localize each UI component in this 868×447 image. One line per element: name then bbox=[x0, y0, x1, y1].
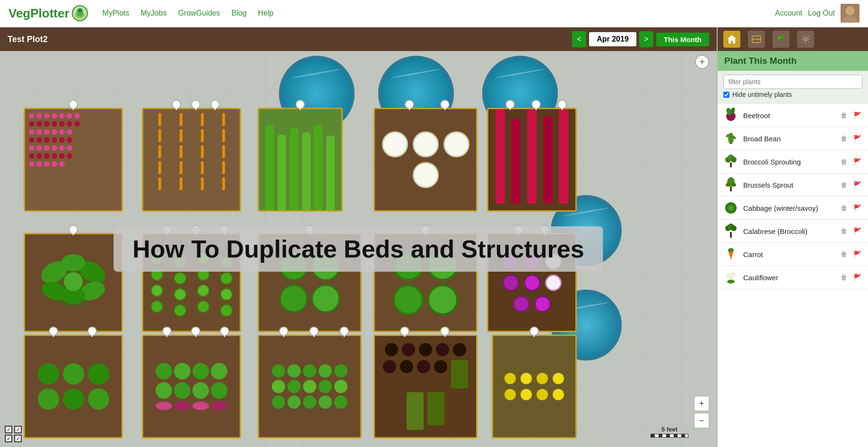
broccoli-sprouting-actions: 🗑 🚩 bbox=[839, 156, 862, 167]
plant-item-brussels-sprout[interactable]: Brussels Sprout 🗑 🚩 bbox=[718, 173, 868, 197]
nav-links: MyPlots MyJobs GrowGuides Blog Help bbox=[103, 9, 274, 17]
brussels-sprout-delete-icon[interactable]: 🗑 bbox=[839, 180, 849, 190]
checkbox-4[interactable]: ✓ bbox=[14, 435, 22, 442]
broad-bean-actions: 🗑 🚩 bbox=[839, 133, 862, 144]
plant-pin[interactable] bbox=[220, 327, 229, 337]
garden-bed-3[interactable] bbox=[258, 108, 343, 212]
sidebar-title-text: Plant This Month bbox=[724, 56, 797, 66]
filter-plants-input[interactable] bbox=[723, 75, 862, 89]
plant-pin[interactable] bbox=[296, 100, 304, 110]
prev-month-button[interactable]: < bbox=[572, 31, 586, 47]
plant-pin[interactable] bbox=[211, 100, 219, 110]
broad-bean-delete-icon[interactable]: 🗑 bbox=[839, 133, 849, 144]
plant-pin[interactable] bbox=[340, 327, 348, 337]
beetroot-add-icon[interactable]: 🚩 bbox=[852, 110, 862, 120]
plant-pin[interactable] bbox=[405, 100, 414, 110]
plant-icon bbox=[776, 34, 786, 44]
plant-pin[interactable] bbox=[532, 100, 540, 110]
carrot-add-icon[interactable]: 🚩 bbox=[852, 249, 862, 259]
overlay-banner: How To Duplicate Beds and Structures bbox=[113, 226, 603, 272]
zoom-out-button[interactable]: − bbox=[694, 413, 709, 428]
garden-bed-15[interactable] bbox=[492, 335, 577, 438]
garden-bed-6[interactable] bbox=[24, 233, 123, 332]
plant-pin[interactable] bbox=[441, 327, 449, 337]
plant-icon-button[interactable] bbox=[773, 31, 790, 48]
user-avatar[interactable] bbox=[841, 4, 859, 23]
cauliflower-add-icon[interactable]: 🚩 bbox=[852, 272, 862, 283]
cabbage-icon bbox=[723, 200, 738, 215]
plant-pin[interactable] bbox=[441, 100, 449, 110]
nav-account[interactable]: Account bbox=[775, 9, 802, 17]
svg-point-14 bbox=[64, 272, 83, 291]
logo-text[interactable]: VegPlotter bbox=[9, 6, 69, 21]
nav-myjobs[interactable]: MyJobs bbox=[141, 9, 167, 17]
logo-icon bbox=[71, 5, 88, 22]
garden-bed-2[interactable] bbox=[142, 108, 241, 212]
cabbage-delete-icon[interactable]: 🗑 bbox=[839, 203, 849, 213]
calabrese-delete-icon[interactable]: 🗑 bbox=[839, 226, 849, 236]
this-month-button[interactable]: This Month bbox=[656, 33, 709, 46]
plant-pin[interactable] bbox=[163, 327, 171, 337]
checkbox-row-2[interactable]: ✓ ✓ bbox=[5, 435, 22, 442]
garden-bed-12[interactable] bbox=[142, 335, 241, 438]
garden-bed-4[interactable] bbox=[373, 108, 477, 212]
beetroot-delete-icon[interactable]: 🗑 bbox=[839, 110, 849, 120]
home-icon-button[interactable] bbox=[723, 31, 740, 48]
plant-pin[interactable] bbox=[191, 327, 200, 337]
nav-growguides[interactable]: GrowGuides bbox=[178, 9, 220, 17]
nav-blog[interactable]: Blog bbox=[232, 9, 247, 17]
broccoli-sprouting-add-icon[interactable]: 🚩 bbox=[852, 156, 862, 167]
plant-item-broccoli-sprouting[interactable]: Broccoli Sprouting 🗑 🚩 bbox=[718, 150, 868, 173]
plant-pin[interactable] bbox=[49, 327, 58, 337]
plant-pin[interactable] bbox=[69, 100, 78, 110]
brussels-sprout-icon bbox=[723, 177, 738, 192]
broccoli-sprouting-delete-icon[interactable]: 🗑 bbox=[839, 156, 849, 167]
plant-pin[interactable] bbox=[69, 225, 78, 235]
plant-pin[interactable] bbox=[88, 327, 96, 337]
hide-untimely-checkbox[interactable] bbox=[723, 92, 729, 98]
hide-untimely-label[interactable]: Hide untimely plants bbox=[723, 89, 862, 100]
plant-pin[interactable] bbox=[279, 327, 288, 337]
nav-help[interactable]: Help bbox=[258, 9, 274, 17]
garden-canvas[interactable]: + bbox=[0, 51, 717, 447]
cauliflower-delete-icon[interactable]: 🗑 bbox=[839, 272, 849, 283]
plant-pin[interactable] bbox=[191, 100, 200, 110]
garden-bed-5[interactable] bbox=[487, 108, 577, 212]
svg-point-36 bbox=[731, 183, 736, 187]
plant-item-calabrese[interactable]: Calabrese (Broccoli) 🗑 🚩 bbox=[718, 220, 868, 243]
carrot-delete-icon[interactable]: 🗑 bbox=[839, 249, 849, 259]
plant-item-cauliflower[interactable]: Cauliflower 🗑 🚩 bbox=[718, 266, 868, 289]
calabrese-add-icon[interactable]: 🚩 bbox=[852, 226, 862, 236]
nav-logout[interactable]: Log Out bbox=[808, 9, 835, 17]
settings-icon-button[interactable] bbox=[797, 31, 814, 48]
cabbage-add-icon[interactable]: 🚩 bbox=[852, 203, 862, 213]
add-element-button[interactable]: + bbox=[695, 55, 709, 69]
plot-title: Test Plot2 bbox=[8, 34, 48, 44]
garden-bed-1[interactable] bbox=[24, 108, 123, 212]
plant-pin[interactable] bbox=[310, 327, 318, 337]
checkbox-row-1[interactable]: ✓ ✓ bbox=[5, 426, 22, 433]
plant-pin[interactable] bbox=[400, 327, 409, 337]
brussels-sprout-add-icon[interactable]: 🚩 bbox=[852, 180, 862, 190]
plant-item-broad-bean[interactable]: Broad Bean 🗑 🚩 bbox=[718, 127, 868, 150]
checkbox-1[interactable]: ✓ bbox=[5, 426, 12, 433]
plant-item-beetroot[interactable]: Beetroot 🗑 🚩 bbox=[718, 104, 868, 127]
plant-item-cabbage[interactable]: Cabbage (winter/savoy) 🗑 🚩 bbox=[718, 197, 868, 220]
garden-bed-14[interactable] bbox=[373, 335, 477, 438]
zoom-in-button[interactable]: + bbox=[694, 396, 709, 411]
nav-myplots[interactable]: MyPlots bbox=[103, 9, 130, 17]
plant-pin[interactable] bbox=[530, 327, 538, 337]
bed-icon-button[interactable] bbox=[748, 31, 765, 48]
garden-bed-11[interactable] bbox=[24, 335, 123, 438]
next-month-button[interactable]: > bbox=[639, 31, 653, 47]
plant-pin[interactable] bbox=[506, 100, 514, 110]
checkbox-2[interactable]: ✓ bbox=[14, 426, 22, 433]
plant-pin[interactable] bbox=[558, 100, 566, 110]
main-layout: Test Plot2 < Apr 2019 > This Month + bbox=[0, 27, 868, 447]
checkbox-3[interactable]: ✓ bbox=[5, 435, 12, 442]
broad-bean-add-icon[interactable]: 🚩 bbox=[852, 133, 862, 144]
garden-bed-13[interactable] bbox=[258, 335, 362, 438]
plant-item-carrot[interactable]: Carrot 🗑 🚩 bbox=[718, 243, 868, 266]
plant-pin[interactable] bbox=[172, 100, 181, 110]
plot-nav: < Apr 2019 > This Month bbox=[572, 31, 709, 47]
